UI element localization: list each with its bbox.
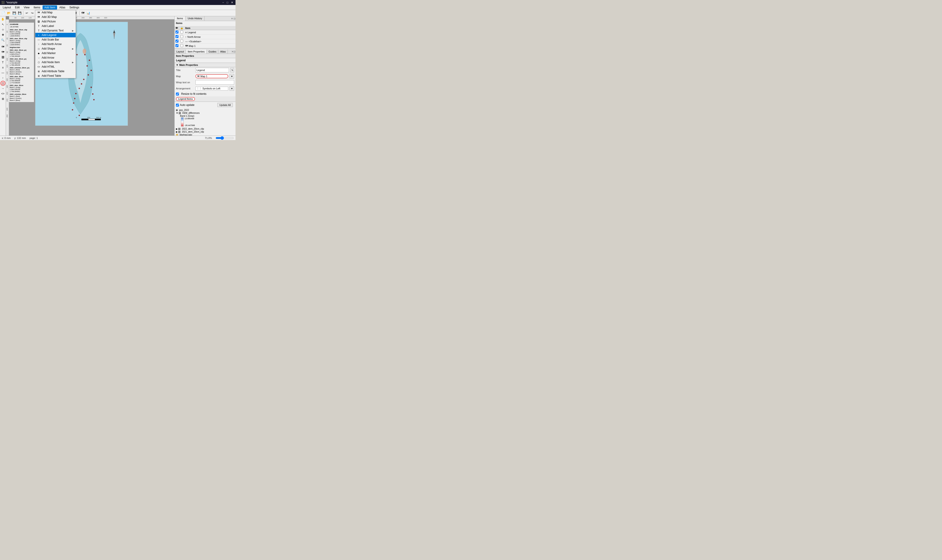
menu-add-scale-bar[interactable]: — Add Scale Bar	[35, 37, 76, 42]
save-btn[interactable]: 💾	[12, 11, 17, 15]
undo-btn[interactable]: ↩	[24, 11, 29, 15]
status-x: x: 0 mm	[2, 137, 11, 139]
menu-add-picture[interactable]: 🖼 Add Picture	[35, 19, 76, 24]
menu-add-3dmap[interactable]: 🗺 Add 3D Map	[35, 15, 76, 19]
menu-add-shape[interactable]: ◻ Add Shape ▶	[35, 46, 76, 51]
menu-add-fixed-table[interactable]: ⊞ Add Fixed Table	[35, 74, 76, 78]
table-row[interactable]: —<Scalebar>	[174, 39, 236, 44]
table-row[interactable]: 🗺Map 1	[174, 44, 236, 48]
add-north-tool[interactable]: ↑	[0, 75, 5, 80]
menu-items[interactable]: Items	[32, 5, 42, 9]
menu-add-html[interactable]: <> Add HTML	[35, 65, 76, 69]
shape-submenu-arrow-icon: ▶	[72, 48, 74, 50]
add-scalebar-tool[interactable]: —	[0, 70, 5, 75]
auto-update-checkbox[interactable]	[176, 104, 179, 106]
menu-add-arrow[interactable]: → Add Arrow	[35, 55, 76, 60]
menu-add-marker[interactable]: ◆ Add Marker	[35, 51, 76, 55]
map-dropdown-btn[interactable]: ▼	[230, 74, 234, 78]
lock-check[interactable]	[179, 35, 184, 39]
open-btn[interactable]: 📂	[6, 11, 11, 15]
menu-add-legend[interactable]: ≡ Add Legend	[35, 33, 76, 37]
title-input[interactable]	[196, 68, 229, 72]
add-html-tool[interactable]: <>	[0, 91, 5, 96]
title-bar-controls[interactable]: − □ ✕	[222, 1, 234, 4]
visible-check[interactable]	[174, 39, 179, 44]
menu-edit[interactable]: Edit	[13, 5, 22, 9]
menu-add-north-arrow[interactable]: ↑ Add North Arrow	[35, 42, 76, 46]
auto-update-label: Auto update	[180, 103, 194, 106]
main-properties-header[interactable]: ▼ Main Properties	[174, 63, 236, 67]
add-map-tool[interactable]: 🗺	[0, 45, 5, 49]
add-legend-tool[interactable]: ≡	[0, 65, 5, 70]
lock-check[interactable]	[179, 39, 184, 44]
add-3dmap-tool[interactable]: 🗺	[0, 49, 5, 55]
tab-guides[interactable]: Guides	[207, 49, 219, 54]
props-float-btn[interactable]: ⊡	[233, 49, 236, 54]
menu-add-item[interactable]: Add Item	[43, 5, 57, 9]
legend-tree-item-dem[interactable]: ▼ DEM_differences	[176, 112, 234, 114]
select-tool[interactable]: ↖	[0, 22, 5, 27]
svg-point-12	[73, 102, 74, 104]
visible-check[interactable]	[174, 35, 179, 39]
props-close-btn[interactable]: ✕	[231, 49, 233, 54]
maximize-button[interactable]: □	[226, 1, 229, 4]
menu-add-dynamic-text[interactable]: T Add Dynamic Text ▶	[35, 28, 76, 33]
atlas2-btn[interactable]: 📊	[86, 11, 91, 15]
menu-add-label[interactable]: T Add Label	[35, 24, 76, 28]
legend-tree-item-2021clip[interactable]: ▶ 2021_dem_20cm_clip	[176, 130, 234, 133]
tab-undo-history[interactable]: Undo History	[185, 16, 205, 21]
map-label: Map	[176, 75, 194, 78]
menu-settings[interactable]: Settings	[68, 5, 81, 9]
tab-layout[interactable]: Layout	[174, 49, 186, 54]
lock-check[interactable]	[179, 44, 184, 48]
menu-view[interactable]: View	[22, 5, 31, 9]
legend-tree-item-gcp[interactable]: gcp_2022	[176, 109, 234, 112]
atlas-btn[interactable]: 🗺	[80, 11, 85, 15]
app-icon: ⬛	[2, 1, 5, 4]
add-arrow-tool[interactable]: →	[0, 86, 5, 91]
new-btn[interactable]: 📄	[1, 11, 6, 15]
add-label-tool[interactable]: T	[0, 60, 5, 65]
update-all-button[interactable]: Update All	[217, 103, 233, 107]
menu-add-map[interactable]: 🗺 Add Map	[35, 10, 76, 15]
menu-add-attribute-table[interactable]: ⊞ Add Attribute Table	[35, 69, 76, 74]
add-fixed-table-icon: ⊞	[37, 74, 40, 77]
zoom-tool[interactable]: 🔍	[0, 38, 5, 43]
map-selector[interactable]: 🗺 Map 1	[196, 74, 228, 78]
table-row[interactable]: ≡Legend	[174, 30, 236, 35]
edit-nodes-tool[interactable]: ⊹	[0, 27, 5, 32]
table-row[interactable]: ↑North Arrow	[174, 35, 236, 39]
move-tool[interactable]: ✥	[0, 32, 5, 37]
menu-layout[interactable]: Layout	[1, 5, 13, 9]
save-as-btn[interactable]: 💾	[17, 11, 22, 15]
items-tabs: Items Undo History ✕ ⊡	[174, 16, 236, 21]
panel-close-btn[interactable]: ✕	[231, 16, 233, 21]
legend-tree-item-bbg[interactable]: bbghiacciaio	[176, 133, 234, 135]
map-icon: 🗺	[197, 75, 199, 78]
add-image-tool[interactable]: 🖼	[0, 55, 5, 60]
resize-checkbox[interactable]	[176, 92, 179, 95]
arrangement-select[interactable]: ⋮⋮ Symbols on Left	[196, 87, 228, 91]
tab-items[interactable]: Items	[174, 16, 185, 21]
visible-check[interactable]	[174, 44, 179, 48]
menu-add-node-item[interactable]: ⬡ Add Node Item ▶	[35, 60, 76, 65]
lock-check[interactable]	[179, 30, 184, 35]
zoom-slider[interactable]	[216, 136, 234, 140]
legend-tree-item-2022clip[interactable]: ▶ 2022_dem_20cm_clip	[176, 128, 234, 130]
pan-tool[interactable]: ✋	[0, 17, 5, 22]
panel-float-btn[interactable]: ⊡	[233, 16, 236, 21]
minimize-button[interactable]: −	[222, 1, 225, 4]
tab-atlas[interactable]: Atlas	[218, 49, 228, 54]
title-edit-btn[interactable]: ✎	[230, 68, 234, 72]
arrangement-dropdown-btn[interactable]: ▼	[230, 86, 234, 91]
menu-atlas[interactable]: Atlas	[57, 5, 67, 9]
add-map-icon: 🗺	[37, 11, 40, 14]
visible-check[interactable]	[174, 30, 179, 35]
redo-btn[interactable]: ↪	[30, 11, 35, 15]
close-button[interactable]: ✕	[230, 1, 234, 4]
add-shape-tool[interactable]: ◻	[0, 81, 5, 86]
wrap-input[interactable]	[196, 80, 234, 85]
add-table-tool[interactable]: ⊞	[0, 96, 5, 102]
tab-item-properties[interactable]: Item Properties	[186, 49, 207, 54]
clip21-label: 2021_dem_20cm_clip	[182, 131, 204, 133]
